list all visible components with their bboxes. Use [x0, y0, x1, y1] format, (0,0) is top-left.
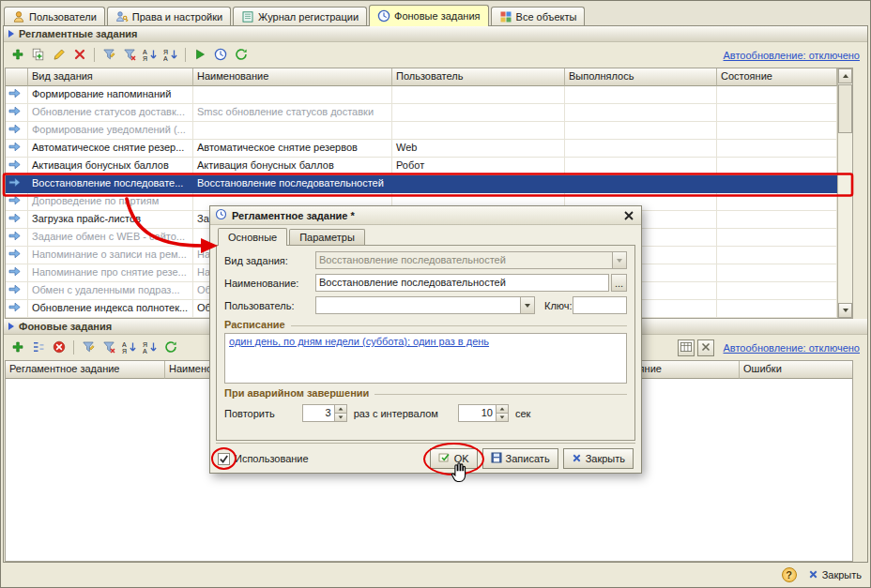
group-divider: [291, 325, 627, 326]
dialog-tab-params[interactable]: Параметры: [289, 229, 365, 245]
close-label: Закрыть: [822, 569, 862, 580]
refresh-button[interactable]: [161, 339, 180, 357]
column-header-state[interactable]: Состояние: [717, 68, 837, 86]
schedule-link[interactable]: один день, по дням недели (суббота); оди…: [229, 336, 489, 347]
usage-checkbox[interactable]: [218, 453, 230, 465]
interval-spinner[interactable]: 10: [458, 404, 509, 422]
tabbar: Пользователи Права и настройки Журнал ре…: [1, 1, 870, 25]
spinner-buttons[interactable]: [496, 405, 508, 421]
dialog-tab-main[interactable]: Основные: [218, 228, 287, 246]
column-header-user[interactable]: Пользователь: [392, 68, 565, 86]
retry-spinner[interactable]: 3: [302, 404, 347, 422]
refresh-button[interactable]: [232, 46, 251, 65]
svg-text:Я: Я: [143, 340, 147, 347]
filter-settings-button[interactable]: [99, 46, 118, 65]
spin-down-button[interactable]: [335, 413, 346, 421]
group-divider: [374, 394, 627, 395]
filter-clear-button[interactable]: [120, 46, 139, 65]
filter-settings-icon: [102, 48, 115, 63]
list-settings-button[interactable]: [678, 339, 695, 356]
write-button[interactable]: Записать: [482, 448, 558, 469]
column-header-type[interactable]: Вид задания: [28, 68, 193, 86]
cell-state: [717, 193, 837, 211]
arrow-up-icon: [500, 407, 505, 410]
close-window-button[interactable]: Закрыть: [808, 569, 862, 581]
job-name-input[interactable]: Восстановление последовательностей: [315, 274, 609, 292]
tab-rights[interactable]: Права и настройки: [107, 7, 231, 25]
table-row[interactable]: Обновление статусов доставк... Smsc обно…: [6, 104, 852, 122]
close-icon: [808, 569, 818, 581]
dialog-close-button2[interactable]: Закрыть: [563, 448, 634, 469]
dialog-close-button[interactable]: [621, 209, 636, 222]
cell-type: Допроведение по партиям: [28, 193, 193, 211]
scroll-thumb[interactable]: [838, 84, 852, 133]
chevron-down-icon: [617, 259, 622, 263]
column-header-errors[interactable]: Ошибки: [740, 361, 852, 379]
dialog-titlebar[interactable]: Регламентное задание *: [210, 206, 641, 225]
add-copy-button[interactable]: [29, 46, 48, 65]
autorefresh-link[interactable]: Автообновление: отключено: [724, 342, 863, 354]
tab-label: Права и настройки: [132, 11, 222, 23]
cell-executed: [565, 104, 717, 122]
spin-up-button[interactable]: [497, 405, 508, 413]
scroll-down-button[interactable]: [838, 303, 852, 318]
cell-name: Активация бонусных баллов: [193, 158, 392, 175]
scheduled-jobs-section-header[interactable]: Регламентные задания: [4, 26, 867, 42]
spinner-buttons[interactable]: [334, 405, 346, 421]
vertical-scrollbar[interactable]: [837, 68, 852, 318]
tab-all-objects[interactable]: Все объекты: [491, 7, 586, 25]
tab-journal[interactable]: Журнал регистрации: [233, 7, 367, 25]
cell-state: [717, 247, 837, 264]
sort-desc-icon: ЯА: [163, 48, 178, 63]
close-panel-button[interactable]: [697, 339, 714, 356]
run-button[interactable]: [191, 46, 209, 65]
sort-asc-button[interactable]: АЯ: [141, 46, 160, 65]
dropdown-button[interactable]: [520, 297, 534, 313]
cell-type: Активация бонусных баллов: [28, 158, 193, 175]
sort-desc-button[interactable]: ЯА: [141, 339, 160, 357]
table-row[interactable]: Активация бонусных баллов Активация бону…: [6, 158, 852, 175]
cancel-job-button[interactable]: [50, 339, 69, 357]
name-ellipsis-button[interactable]: ...: [611, 274, 627, 292]
spin-up-button[interactable]: [335, 405, 346, 413]
table-row[interactable]: Формирование уведомлений (...: [6, 122, 852, 140]
task-arrow-icon: [8, 232, 21, 243]
column-header-name[interactable]: Наименование: [193, 68, 392, 86]
column-header-icon[interactable]: [6, 68, 28, 86]
spin-down-button[interactable]: [497, 413, 508, 421]
tab-users[interactable]: Пользователи: [4, 7, 105, 25]
column-header-job[interactable]: Регламентное задание: [6, 361, 165, 379]
schedule-button[interactable]: [211, 46, 230, 65]
table-row[interactable]: Формирование напоминаний: [6, 86, 852, 104]
scroll-up-button[interactable]: [838, 68, 852, 83]
tab-label: Журнал регистрации: [258, 11, 359, 23]
tab-background-jobs[interactable]: Фоновые задания: [369, 5, 488, 26]
table-row[interactable]: Автоматическое снятие резер... Автоматич…: [6, 140, 852, 158]
tree-view-button[interactable]: [29, 339, 48, 357]
task-arrow-icon: [8, 285, 21, 296]
sort-asc-button[interactable]: АЯ: [120, 339, 139, 357]
refresh-icon: [164, 340, 177, 355]
filter-clear-button[interactable]: [99, 339, 118, 357]
edit-button[interactable]: [50, 46, 69, 65]
retry-value: 3: [303, 405, 334, 421]
add-button[interactable]: [8, 339, 27, 357]
help-button[interactable]: ?: [782, 567, 797, 582]
column-header-executed[interactable]: Выполнялось: [565, 68, 717, 86]
table-row[interactable]: Восстановление последовате... Восстановл…: [6, 175, 852, 193]
dialog-footer: Использование OK Записать Закрыть: [216, 443, 635, 474]
job-key-input[interactable]: [573, 296, 627, 314]
delete-button[interactable]: [70, 46, 89, 65]
dialog-tab-page: Вид задания: Восстановление последовател…: [216, 245, 635, 441]
add-button[interactable]: [8, 46, 27, 65]
ok-button[interactable]: OK: [430, 448, 478, 469]
task-arrow-icon: [8, 89, 21, 100]
job-user-combo[interactable]: [315, 296, 535, 314]
job-key-value: [573, 297, 626, 313]
sort-desc-button[interactable]: ЯА: [161, 46, 180, 65]
cell-state: [717, 175, 837, 193]
cell-user: [392, 175, 565, 193]
autorefresh-link[interactable]: Автообновление: отключено: [724, 50, 863, 61]
filter-settings-button[interactable]: [79, 339, 98, 357]
job-dialog: Регламентное задание * Основные Параметр…: [209, 205, 642, 474]
